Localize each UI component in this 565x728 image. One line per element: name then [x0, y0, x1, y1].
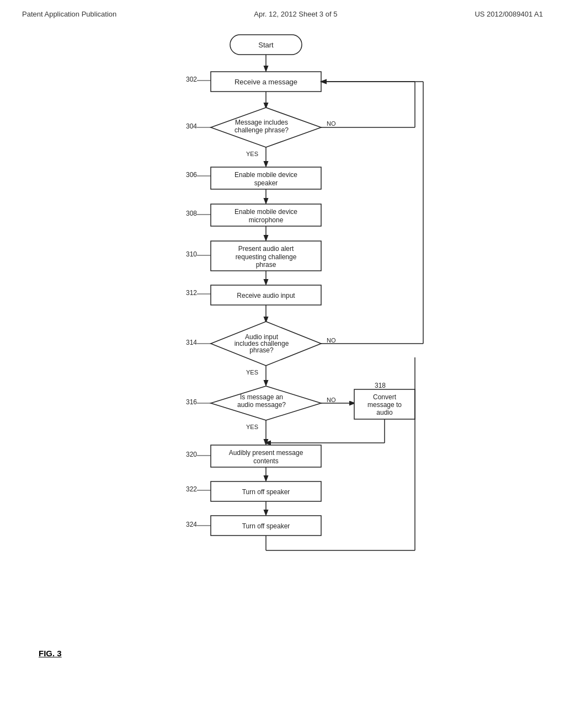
svg-text:phrase: phrase	[256, 261, 276, 269]
svg-text:NO: NO	[327, 337, 336, 344]
fig-label: FIG. 3	[39, 649, 62, 658]
svg-text:306: 306	[186, 171, 197, 179]
header-center: Apr. 12, 2012 Sheet 3 of 5	[254, 10, 337, 18]
svg-text:Start: Start	[258, 41, 274, 49]
svg-text:316: 316	[186, 398, 197, 406]
svg-text:310: 310	[186, 250, 197, 258]
svg-text:320: 320	[186, 451, 197, 458]
svg-text:Receive audio input: Receive audio input	[237, 292, 295, 299]
flowchart: Start 302 Receive a message 304 Message …	[89, 24, 476, 675]
svg-text:Message includes: Message includes	[235, 119, 288, 126]
svg-text:phrase?: phrase?	[249, 346, 274, 354]
diagram-area: Start 302 Receive a message 304 Message …	[0, 24, 565, 675]
header-right: US 2012/0089401 A1	[475, 10, 543, 18]
svg-text:314: 314	[186, 339, 197, 346]
svg-text:requesting challenge: requesting challenge	[236, 253, 297, 261]
svg-text:322: 322	[186, 485, 197, 493]
svg-text:microphone: microphone	[249, 216, 284, 224]
svg-text:YES: YES	[246, 151, 258, 157]
svg-text:Present audio alert: Present audio alert	[238, 245, 294, 253]
svg-text:contents: contents	[253, 457, 278, 465]
header-left: Patent Application Publication	[22, 10, 116, 18]
page-header: Patent Application Publication Apr. 12, …	[0, 0, 565, 24]
svg-text:Receive a message: Receive a message	[234, 78, 297, 86]
svg-text:Convert: Convert	[373, 393, 397, 401]
svg-text:Audibly present message: Audibly present message	[229, 449, 303, 457]
svg-text:Is message an: Is message an	[240, 393, 283, 401]
svg-text:audio message?: audio message?	[237, 401, 286, 409]
svg-text:audio: audio	[376, 409, 393, 416]
svg-text:312: 312	[186, 289, 197, 297]
svg-text:message to: message to	[367, 401, 402, 409]
svg-text:Turn off speaker: Turn off speaker	[242, 522, 290, 530]
svg-text:challenge phrase?: challenge phrase?	[234, 126, 289, 134]
svg-text:speaker: speaker	[254, 179, 278, 187]
svg-text:302: 302	[186, 76, 197, 83]
svg-text:YES: YES	[246, 424, 258, 430]
svg-text:NO: NO	[327, 397, 336, 403]
svg-text:Enable mobile device: Enable mobile device	[234, 208, 297, 216]
svg-text:Turn off speaker: Turn off speaker	[242, 488, 290, 496]
svg-text:NO: NO	[327, 120, 336, 127]
svg-text:Enable mobile device: Enable mobile device	[234, 171, 297, 179]
svg-text:308: 308	[186, 210, 197, 217]
svg-text:304: 304	[186, 122, 197, 130]
svg-text:324: 324	[186, 521, 197, 528]
svg-text:YES: YES	[246, 369, 258, 376]
svg-text:318: 318	[375, 382, 386, 389]
